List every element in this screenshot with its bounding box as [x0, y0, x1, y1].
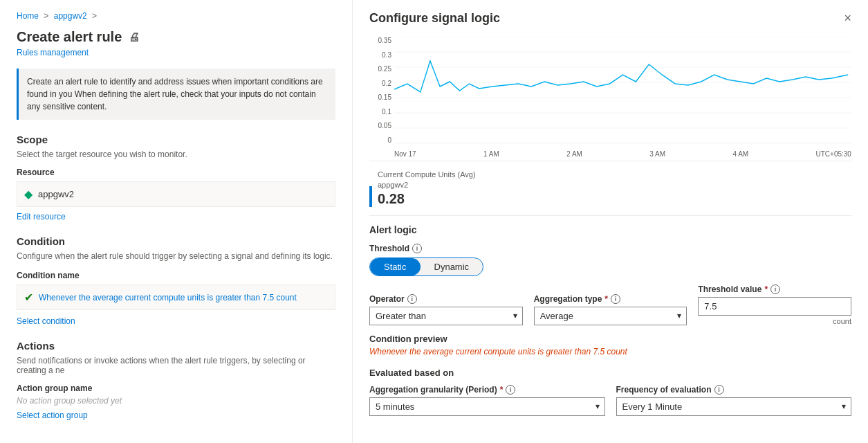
operator-select[interactable]: Greater than Less than Greater than or e… [369, 307, 523, 325]
resource-box: ◆ appgwv2 [17, 181, 335, 207]
eval-fields-row: Aggregation granularity (Period) * i 5 m… [369, 385, 851, 416]
frequency-select[interactable]: Every 1 Minute Every 5 Minutes Every 15 … [616, 397, 852, 416]
breadcrumb: Home > appgwv2 > [17, 11, 335, 21]
chart-svg [394, 37, 851, 144]
condition-preview-title: Condition preview [369, 334, 851, 344]
alert-fields-row: Operator i Greater than Less than Greate… [369, 284, 851, 325]
condition-value-box: ✔ Whenever the average current compute u… [17, 284, 335, 310]
threshold-dynamic-btn[interactable]: Dynamic [421, 258, 483, 275]
chart-legend: Current Compute Units (Avg) appgwv2 0.28 [369, 170, 851, 207]
legend-metric: Current Compute Units (Avg) [378, 170, 476, 180]
frequency-info-icon[interactable]: i [714, 385, 724, 395]
divider1 [369, 215, 851, 216]
legend-info: Current Compute Units (Avg) appgwv2 0.28 [378, 170, 476, 207]
no-action-text: No action group selected yet [17, 396, 335, 406]
actions-desc: Send notifications or invoke actions whe… [17, 356, 335, 375]
close-button[interactable]: × [844, 11, 851, 26]
granularity-info-icon[interactable]: i [506, 385, 515, 395]
aggregation-label: Aggregation type * i [534, 294, 687, 304]
right-panel: Configure signal logic × 0.35 0.3 0.25 0… [353, 0, 868, 443]
check-icon: ✔ [24, 291, 33, 304]
threshold-label: Threshold i [369, 244, 851, 253]
legend-value: 0.28 [378, 191, 476, 207]
frequency-label: Frequency of evaluation i [616, 385, 852, 395]
scope-title: Scope [17, 134, 335, 145]
condition-title: Condition [17, 235, 335, 247]
breadcrumb-home[interactable]: Home [17, 11, 39, 21]
condition-name-label: Condition name [17, 271, 335, 280]
edit-resource-link[interactable]: Edit resource [17, 212, 66, 222]
evaluated-section: Evaluated based on Aggregation granulari… [369, 368, 851, 416]
threshold-row: Threshold i Static Dynamic [369, 244, 851, 276]
threshold-info-icon[interactable]: i [412, 244, 422, 253]
select-condition-link[interactable]: Select condition [17, 316, 75, 326]
operator-select-wrapper: Greater than Less than Greater than or e… [369, 307, 523, 325]
condition-preview-text: Whenever the average current compute uni… [369, 347, 851, 356]
operator-info-icon[interactable]: i [407, 294, 417, 304]
aggregation-info-icon[interactable]: i [611, 294, 620, 304]
operator-label: Operator i [369, 294, 523, 304]
left-panel: Home > appgwv2 > Create alert rule 🖨 Rul… [0, 0, 353, 443]
breadcrumb-resource[interactable]: appgwv2 [54, 11, 87, 21]
resource-label: Resource [17, 168, 335, 177]
aggregation-granularity-group: Aggregation granularity (Period) * i 5 m… [369, 385, 605, 416]
threshold-value-info-icon[interactable]: i [770, 284, 780, 294]
resource-name: appgwv2 [38, 189, 74, 199]
page-title: Create alert rule [17, 29, 122, 45]
actions-title: Actions [17, 340, 335, 352]
print-icon[interactable]: 🖨 [129, 31, 140, 44]
panel-header: Configure signal logic × [369, 11, 851, 26]
condition-desc: Configure when the alert rule should tri… [17, 251, 335, 261]
select-action-link[interactable]: Select action group [17, 410, 88, 420]
granularity-select[interactable]: 5 minutes 1 minute 15 minutes 30 minutes… [369, 397, 605, 416]
panel-title: Configure signal logic [369, 11, 500, 26]
scope-desc: Select the target resource you wish to m… [17, 150, 335, 159]
aggregation-select[interactable]: Average Minimum Maximum Total Count [534, 307, 687, 325]
chart-y-axis: 0.35 0.3 0.25 0.2 0.15 0.1 0.05 0 [369, 37, 394, 144]
action-group-label: Action group name [17, 383, 335, 393]
info-box: Create an alert rule to identify and add… [17, 69, 335, 120]
legend-resource: appgwv2 [378, 180, 476, 190]
rules-management-link[interactable]: Rules management [17, 48, 335, 57]
condition-text: Whenever the average current compute uni… [39, 293, 297, 302]
alert-logic-title: Alert logic [369, 224, 851, 235]
legend-bar [369, 186, 372, 207]
condition-preview: Condition preview Whenever the average c… [369, 334, 851, 356]
operator-group: Operator i Greater than Less than Greate… [369, 294, 523, 325]
chart-area [394, 37, 851, 144]
granularity-select-wrapper: 5 minutes 1 minute 15 minutes 30 minutes… [369, 397, 605, 416]
threshold-toggle-group: Static Dynamic [369, 257, 483, 276]
evaluated-title: Evaluated based on [369, 368, 851, 378]
actions-section: Actions Send notifications or invoke act… [17, 340, 335, 420]
resource-icon: ◆ [24, 188, 33, 201]
page-title-row: Create alert rule 🖨 [17, 29, 335, 45]
threshold-value-label: Threshold value * i [698, 284, 851, 294]
chart-x-axis: Nov 17 1 AM 2 AM 3 AM 4 AM UTC+05:30 [394, 147, 851, 161]
aggregation-select-wrapper: Average Minimum Maximum Total Count [534, 307, 687, 325]
threshold-static-btn[interactable]: Static [370, 258, 421, 275]
frequency-group: Frequency of evaluation i Every 1 Minute… [616, 385, 852, 416]
aggregation-group: Aggregation type * i Average Minimum Max… [534, 294, 687, 325]
frequency-select-wrapper: Every 1 Minute Every 5 Minutes Every 15 … [616, 397, 852, 416]
threshold-value-group: Threshold value * i 7.5 count [698, 284, 851, 325]
threshold-unit: count [698, 317, 851, 325]
chart-container: 0.35 0.3 0.25 0.2 0.15 0.1 0.05 0 [369, 37, 851, 161]
threshold-value-input[interactable]: 7.5 [698, 297, 851, 316]
aggregation-granularity-label: Aggregation granularity (Period) * i [369, 385, 605, 395]
